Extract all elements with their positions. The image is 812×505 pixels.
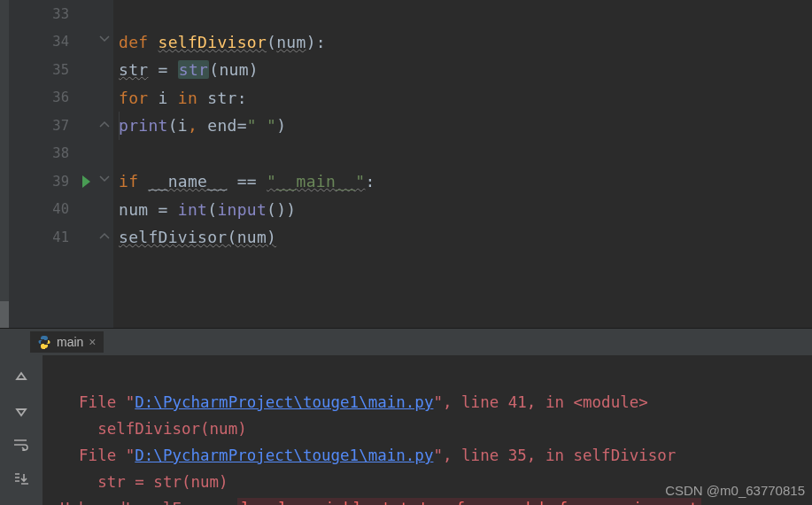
fold-end-icon[interactable] — [99, 230, 110, 239]
line-number: 35 — [52, 62, 69, 78]
line-number: 40 — [52, 201, 69, 217]
fold-start-icon[interactable] — [99, 175, 110, 184]
line-number: 34 — [52, 34, 69, 50]
close-icon[interactable]: × — [89, 335, 96, 349]
fold-column — [97, 0, 113, 328]
line-number: 39 — [52, 174, 69, 190]
soft-wrap-icon[interactable] — [12, 435, 31, 454]
code-line: print(i, end=" ") — [119, 112, 812, 140]
code-line: for i in str: — [119, 84, 812, 113]
run-tabs: main × — [0, 329, 812, 355]
up-stack-icon[interactable] — [12, 368, 31, 387]
code-line: str = str(num) — [119, 56, 812, 84]
run-icon[interactable] — [82, 175, 90, 188]
scroll-thumb[interactable] — [0, 301, 9, 328]
editor-pane: 33 34 35 36 37 38 39 40 41 def selfDivis… — [0, 0, 812, 328]
code-line: num = int(input()) — [119, 196, 812, 224]
line-number: 37 — [52, 118, 69, 134]
watermark: CSDN @m0_63770815 — [665, 483, 805, 498]
code-area[interactable]: def selfDivisor(num): str = str(num) for… — [113, 0, 812, 328]
line-number: 36 — [52, 89, 69, 105]
fold-start-icon[interactable] — [99, 35, 110, 44]
traceback-link[interactable]: D:\PycharmProject\touge1\main.py — [135, 447, 433, 464]
traceback-link[interactable]: D:\PycharmProject\touge1\main.py — [135, 393, 433, 411]
down-stack-icon[interactable] — [12, 401, 31, 421]
python-file-icon — [37, 335, 51, 349]
code-line — [119, 140, 812, 168]
code-line — [119, 0, 812, 28]
error-highlight: local variable 'str' referenced before a… — [237, 498, 701, 505]
line-number: 33 — [52, 6, 69, 22]
tab-label: main — [57, 335, 83, 349]
line-number-gutter: 33 34 35 36 37 38 39 40 41 — [9, 0, 97, 328]
fold-end-icon[interactable] — [99, 119, 110, 128]
line-number: 38 — [52, 145, 69, 161]
run-tool-panel: main × File "D:\PycharmProject\touge1\ma… — [0, 328, 812, 505]
left-scroll — [0, 0, 9, 328]
console-toolbar — [0, 355, 43, 505]
scroll-to-end-icon[interactable] — [12, 469, 31, 488]
code-line: if __name__ == "__main__": — [119, 167, 812, 196]
line-number: 41 — [52, 229, 69, 245]
code-line: def selfDivisor(num): — [119, 28, 812, 57]
run-tab-main[interactable]: main × — [30, 331, 104, 353]
code-line: selfDivisor(num) — [119, 223, 812, 252]
